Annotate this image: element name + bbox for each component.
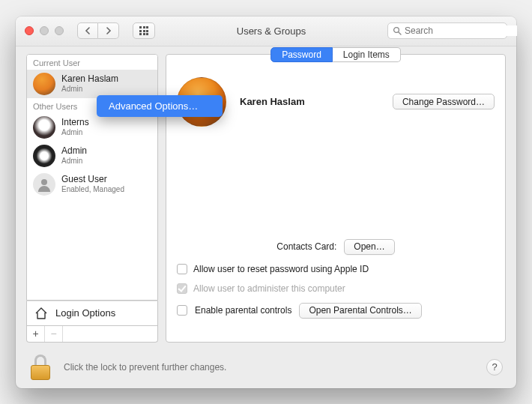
user-header: Karen Haslam Change Password… <box>177 77 495 127</box>
lock-hint-text: Click the lock to prevent further change… <box>64 362 226 373</box>
svg-point-0 <box>394 28 399 33</box>
allow-admin-label: Allow user to administer this computer <box>193 283 345 294</box>
user-row[interactable]: Admin Admin <box>27 142 157 170</box>
open-contacts-button[interactable]: Open… <box>344 239 394 255</box>
user-role: Admin <box>61 128 89 136</box>
parental-label: Enable parental controls <box>195 305 291 316</box>
help-button[interactable]: ? <box>486 359 503 376</box>
context-menu-item-advanced-options[interactable]: Advanced Options… <box>97 98 223 114</box>
parental-checkbox[interactable] <box>177 305 187 316</box>
add-remove-bar: + − <box>26 326 158 343</box>
zoom-window-button[interactable] <box>55 26 64 35</box>
user-role: Admin <box>61 85 118 93</box>
window-title: Users & Groups <box>163 25 380 37</box>
house-icon <box>33 305 49 322</box>
user-name: Guest User <box>61 175 124 184</box>
search-field[interactable] <box>387 22 507 39</box>
section-current-user: Current User <box>27 55 157 70</box>
tab-bar: Password Login Items <box>270 47 401 62</box>
lock-body-icon <box>31 365 50 380</box>
avatar <box>33 173 55 196</box>
change-password-button[interactable]: Change Password… <box>393 94 495 109</box>
parental-row: Enable parental controls Open Parental C… <box>177 303 495 319</box>
user-list: Current User Karen Haslam Admin Other Us… <box>26 54 158 301</box>
minimize-window-button[interactable] <box>40 26 49 35</box>
context-menu: Advanced Options… <box>97 95 223 117</box>
user-name: Karen Haslam <box>61 74 118 84</box>
chevron-left-icon <box>85 27 91 34</box>
allow-reset-row: Allow user to reset password using Apple… <box>177 264 495 274</box>
guest-silhouette-icon <box>36 176 52 193</box>
nav-buttons <box>77 22 119 39</box>
avatar <box>33 145 55 167</box>
tab-login-items[interactable]: Login Items <box>333 47 401 62</box>
lock-button[interactable] <box>29 355 52 380</box>
content: Current User Karen Haslam Admin Other Us… <box>16 46 516 343</box>
avatar <box>33 73 55 95</box>
allow-reset-checkbox[interactable] <box>177 264 187 274</box>
user-row-current[interactable]: Karen Haslam Admin <box>27 70 157 98</box>
login-options-row[interactable]: Login Options <box>26 301 158 326</box>
add-user-button[interactable]: + <box>27 326 45 342</box>
search-input[interactable] <box>405 25 517 36</box>
footer: Click the lock to prevent further change… <box>16 346 516 388</box>
grid-icon <box>139 26 148 35</box>
allow-reset-label: Allow user to reset password using Apple… <box>193 264 369 274</box>
svg-point-2 <box>41 179 47 185</box>
tab-password[interactable]: Password <box>270 47 333 62</box>
prefs-window: Users & Groups Current User Karen Haslam… <box>16 16 516 388</box>
open-parental-button[interactable]: Open Parental Controls… <box>299 303 421 319</box>
show-all-button[interactable] <box>133 22 155 39</box>
user-role: Admin <box>61 157 87 165</box>
remove-user-button[interactable]: − <box>45 326 63 342</box>
allow-admin-checkbox <box>177 283 187 294</box>
allow-admin-row: Allow user to administer this computer <box>177 283 495 294</box>
svg-line-1 <box>399 32 401 34</box>
search-icon <box>393 26 402 35</box>
user-name: Admin <box>61 146 87 156</box>
user-row[interactable]: Interns Admin <box>27 113 157 142</box>
chevron-right-icon <box>106 27 112 34</box>
back-button[interactable] <box>77 22 98 39</box>
user-row[interactable]: Guest User Enabled, Managed <box>27 170 157 199</box>
login-options-label: Login Options <box>55 307 115 319</box>
close-window-button[interactable] <box>25 26 34 35</box>
window-controls <box>25 26 64 35</box>
contacts-row: Contacts Card: Open… <box>177 239 495 255</box>
titlebar: Users & Groups <box>16 16 516 46</box>
avatar <box>33 116 55 139</box>
user-display-name: Karen Haslam <box>240 96 379 107</box>
user-name: Interns <box>61 118 89 127</box>
forward-button[interactable] <box>98 22 119 39</box>
user-role: Enabled, Managed <box>61 185 124 193</box>
contacts-label: Contacts Card: <box>276 241 336 252</box>
